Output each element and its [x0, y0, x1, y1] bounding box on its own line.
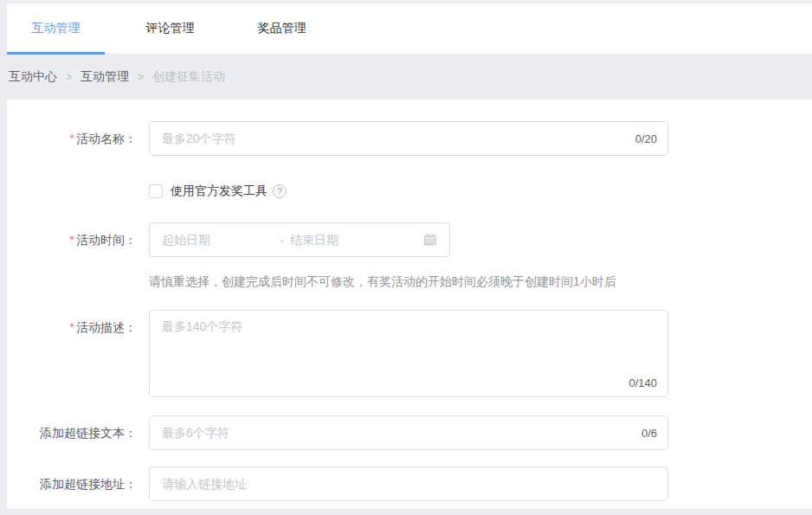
required-mark: * — [70, 233, 74, 247]
calendar-icon[interactable] — [423, 233, 437, 247]
date-range-picker[interactable]: - — [149, 222, 450, 257]
activity-description-counter: 0/140 — [628, 377, 657, 389]
breadcrumb-separator-icon: > — [66, 71, 72, 83]
end-date-input[interactable] — [290, 223, 403, 256]
time-hint-text: 请慎重选择，创建完成后时间不可修改，有奖活动的开始时间必须晚于创建时间1小时后 — [149, 273, 812, 290]
activity-description-control: 0/140 — [149, 310, 668, 397]
tab-comment-management[interactable]: 评论管理 — [121, 3, 219, 54]
hyperlink-text-control: 0/6 — [149, 415, 668, 450]
hyperlink-text-input[interactable] — [149, 415, 668, 450]
tab-bar: 互动管理 评论管理 奖品管理 — [7, 3, 812, 55]
activity-description-row: *活动描述： 0/140 — [7, 310, 812, 397]
official-tool-checkbox[interactable] — [149, 184, 163, 198]
official-tool-row: 使用官方发奖工具 ? — [7, 183, 812, 199]
activity-time-control: - — [149, 222, 450, 257]
activity-name-control: 0/20 — [149, 121, 668, 156]
required-mark: * — [70, 320, 74, 334]
hyperlink-url-row: 添加超链接地址： — [7, 467, 812, 501]
help-icon[interactable]: ? — [273, 184, 287, 198]
tab-label: 评论管理 — [146, 21, 195, 36]
official-tool-control: 使用官方发奖工具 ? — [149, 183, 287, 199]
activity-description-textarea[interactable] — [149, 310, 668, 397]
tab-label: 互动管理 — [32, 21, 81, 36]
official-tool-label: 使用官方发奖工具 — [171, 183, 267, 199]
breadcrumb-item-interaction-management[interactable]: 互动管理 — [81, 69, 129, 85]
tab-prize-management[interactable]: 奖品管理 — [233, 3, 331, 54]
breadcrumb-separator-icon: > — [138, 71, 144, 83]
tab-interaction-management[interactable]: 互动管理 — [7, 3, 105, 54]
hyperlink-text-row: 添加超链接文本： 0/6 — [7, 415, 812, 450]
hyperlink-url-label: 添加超链接地址： — [7, 476, 137, 492]
required-mark: * — [70, 132, 74, 145]
breadcrumb-item-interaction-center[interactable]: 互动中心 — [9, 69, 57, 85]
activity-name-row: *活动名称： 0/20 — [7, 121, 812, 156]
start-date-input[interactable] — [162, 223, 274, 256]
hyperlink-url-input[interactable] — [149, 467, 668, 501]
activity-name-input[interactable] — [149, 121, 668, 156]
breadcrumb-item-current-page: 创建征集活动 — [152, 69, 225, 85]
date-range-separator: - — [274, 234, 290, 247]
tab-label: 奖品管理 — [258, 21, 306, 36]
hyperlink-text-label: 添加超链接文本： — [7, 425, 137, 441]
activity-time-row: *活动时间： - — [7, 222, 812, 257]
activity-name-counter: 0/20 — [635, 132, 657, 145]
activity-name-label: *活动名称： — [7, 131, 137, 146]
hyperlink-url-control — [149, 467, 668, 501]
breadcrumb: 互动中心 > 互动管理 > 创建征集活动 — [9, 55, 225, 100]
activity-description-label: *活动描述： — [7, 310, 137, 335]
hyperlink-text-counter: 0/6 — [641, 427, 657, 440]
activity-time-label: *活动时间： — [7, 232, 137, 248]
create-activity-form: *活动名称： 0/20 使用官方发奖工具 ? *活动时间： - — [7, 100, 812, 509]
